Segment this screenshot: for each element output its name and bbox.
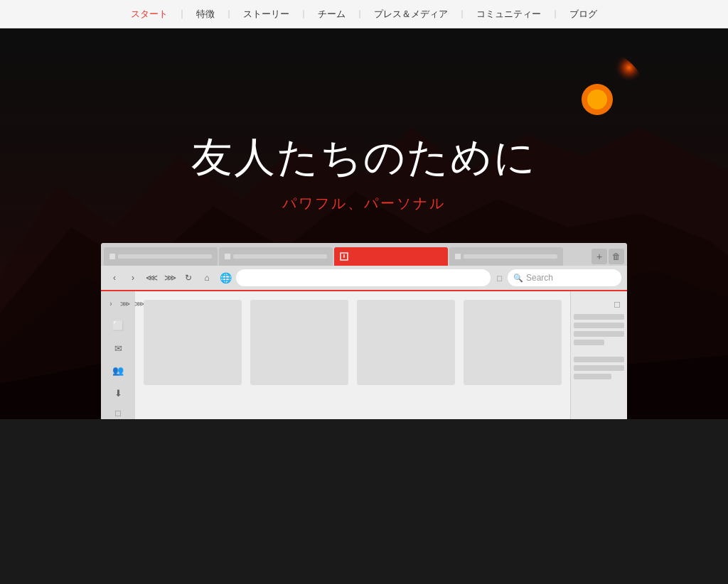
browser-mockup: ⬇ + 🗑 ‹ › ⋘ ⋙ ↻ ⌂ 🌐 ◻ 🔍 Search bbox=[101, 243, 627, 419]
top-navigation: スタート ｜ 特徴 ｜ ストーリー ｜ チーム ｜ プレス＆メディア ｜ コミュ… bbox=[0, 0, 728, 28]
nav-separator-2: ｜ bbox=[225, 8, 233, 20]
content-card-4 bbox=[464, 300, 562, 385]
nav-separator-6: ｜ bbox=[551, 8, 560, 20]
reload-button[interactable]: ↻ bbox=[181, 270, 196, 286]
svg-point-3 bbox=[587, 90, 607, 109]
nav-separator-3: ｜ bbox=[299, 8, 308, 20]
forward-button[interactable]: › bbox=[125, 270, 141, 286]
nav-separator-5: ｜ bbox=[458, 8, 466, 20]
content-card-2 bbox=[250, 300, 348, 385]
browser-tab-inactive-1[interactable] bbox=[104, 247, 218, 266]
nav-item-start[interactable]: スタート bbox=[121, 8, 178, 21]
right-panel-line-4 bbox=[574, 340, 604, 345]
tab-favicon-2 bbox=[225, 254, 230, 259]
hero-title: 友人たちのために bbox=[191, 130, 537, 185]
tab-vivaldi-icon: ⬇ bbox=[340, 252, 348, 261]
sidebar-download-icon[interactable]: ⬇ bbox=[108, 384, 128, 401]
tab-title-1 bbox=[118, 254, 212, 259]
nav-item-press[interactable]: プレス＆メディア bbox=[364, 8, 458, 21]
browser-tab-bar: ⬇ + 🗑 bbox=[101, 243, 627, 266]
trash-button[interactable]: 🗑 bbox=[609, 249, 624, 264]
search-placeholder: Search bbox=[526, 273, 553, 283]
right-panel-line-7 bbox=[574, 374, 611, 379]
right-panel-line-3 bbox=[574, 331, 624, 337]
search-bar[interactable]: 🔍 Search bbox=[508, 269, 621, 286]
sidebar-skip-btn[interactable]: ⋙ bbox=[119, 297, 132, 310]
browser-content-area: ‹ › ⋙ ⋙ ⬜ ✉ 👥 ⬇ ◻ ◻ bbox=[101, 291, 627, 419]
globe-icon: 🌐 bbox=[218, 270, 233, 286]
right-panel-line-1 bbox=[574, 314, 624, 320]
nav-item-blog[interactable]: ブログ bbox=[560, 8, 607, 21]
browser-tab-inactive-3[interactable] bbox=[449, 247, 563, 266]
browser-tab-inactive-2[interactable] bbox=[219, 247, 333, 266]
tab-favicon-3 bbox=[455, 254, 461, 259]
browser-left-sidebar: ‹ › ⋙ ⋙ ⬜ ✉ 👥 ⬇ ◻ bbox=[101, 291, 135, 419]
nav-item-community[interactable]: コミュニティー bbox=[466, 8, 551, 21]
browser-main-content bbox=[135, 291, 570, 419]
skip-forward-button[interactable]: ⋙ bbox=[162, 270, 178, 286]
browser-toolbar: ‹ › ⋘ ⋙ ↻ ⌂ 🌐 ◻ 🔍 Search bbox=[101, 266, 627, 291]
sidebar-right-bookmark[interactable]: ◻ bbox=[111, 406, 125, 419]
search-icon: 🔍 bbox=[513, 274, 523, 283]
home-button[interactable]: ⌂ bbox=[199, 270, 215, 286]
tab-title-2 bbox=[233, 254, 327, 259]
browser-right-panel: ◻ bbox=[570, 291, 627, 419]
address-bar[interactable] bbox=[236, 269, 491, 286]
nav-item-features[interactable]: 特徴 bbox=[186, 8, 225, 21]
hero-subtitle: パワフル、パーソナル bbox=[191, 194, 537, 213]
sidebar-tablet-icon[interactable]: ⬜ bbox=[108, 317, 128, 335]
sidebar-contacts-icon[interactable]: 👥 bbox=[108, 362, 128, 379]
sidebar-forward-btn[interactable]: › bbox=[105, 297, 117, 310]
sidebar-back-btn[interactable]: ‹ bbox=[101, 297, 103, 310]
right-panel-bookmark-icon[interactable]: ◻ bbox=[610, 297, 624, 311]
right-panel-line-5 bbox=[574, 357, 624, 362]
browser-tab-active[interactable]: ⬇ bbox=[334, 247, 448, 266]
hero-section: 友人たちのために パワフル、パーソナル Vivaldiをダウンロード 1.1 f… bbox=[0, 28, 728, 419]
nav-separator-1: ｜ bbox=[178, 8, 186, 20]
skip-back-button[interactable]: ⋘ bbox=[144, 270, 159, 286]
nav-separator-4: ｜ bbox=[355, 8, 364, 20]
tab-favicon-1 bbox=[109, 254, 115, 259]
back-button[interactable]: ‹ bbox=[107, 270, 122, 286]
right-panel-line-2 bbox=[574, 323, 624, 328]
tab-title-3 bbox=[464, 254, 557, 259]
content-card-3 bbox=[357, 300, 455, 385]
content-card-1 bbox=[144, 300, 242, 385]
nav-item-stories[interactable]: ストーリー bbox=[233, 8, 299, 21]
add-tab-button[interactable]: + bbox=[592, 249, 607, 264]
right-panel-line-6 bbox=[574, 365, 624, 371]
sidebar-mail-icon[interactable]: ✉ bbox=[108, 339, 128, 357]
nav-item-team[interactable]: チーム bbox=[308, 8, 355, 21]
bookmark-icon[interactable]: ◻ bbox=[493, 272, 505, 283]
